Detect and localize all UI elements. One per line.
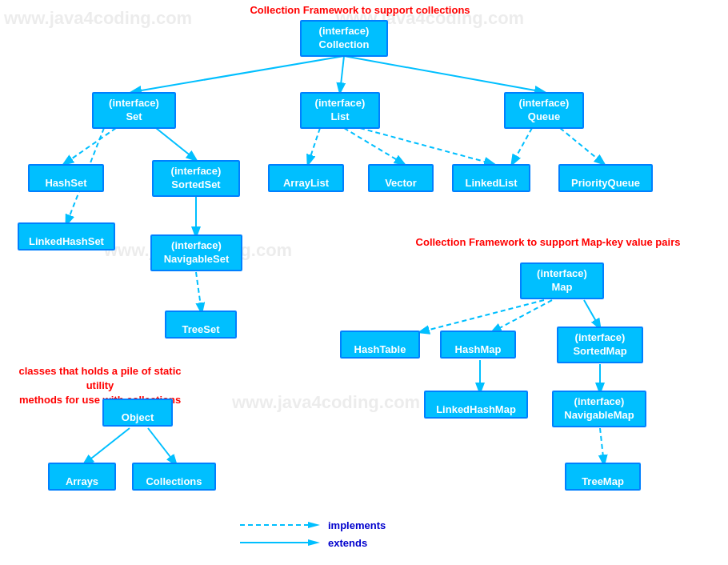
svg-line-4 bbox=[156, 128, 196, 160]
node-sortedmap: (interface)SortedMap bbox=[557, 327, 643, 363]
node-linkedhashset: LinkedHashSet bbox=[18, 222, 115, 250]
svg-line-18 bbox=[600, 428, 604, 464]
title-map: Collection Framework to support Map-key … bbox=[392, 236, 704, 248]
implements-line-icon bbox=[240, 519, 320, 531]
extends-line-icon bbox=[240, 536, 320, 549]
svg-line-3 bbox=[64, 128, 116, 164]
svg-marker-22 bbox=[308, 522, 320, 528]
svg-line-14 bbox=[492, 300, 552, 332]
node-vector: Vector bbox=[368, 164, 434, 192]
node-sortedset: (interface)SortedSet bbox=[152, 160, 240, 197]
svg-line-20 bbox=[148, 428, 176, 464]
implements-label: implements bbox=[328, 519, 386, 531]
watermark-1: www.java4coding.com bbox=[4, 8, 192, 29]
node-queue: (interface)Queue bbox=[504, 92, 584, 129]
extends-label: extends bbox=[328, 537, 367, 549]
svg-marker-24 bbox=[308, 539, 320, 546]
node-linkedlist: LinkedList bbox=[452, 164, 530, 192]
node-priorityqueue: PriorityQueue bbox=[558, 164, 653, 192]
node-navigablemap: (interface)NavigableMap bbox=[552, 391, 646, 427]
node-collections: Collections bbox=[132, 463, 216, 491]
svg-line-15 bbox=[584, 300, 600, 328]
node-hashset: HashSet bbox=[28, 164, 104, 192]
svg-line-12 bbox=[560, 128, 604, 164]
node-hashmap: HashMap bbox=[440, 331, 516, 359]
svg-line-2 bbox=[344, 56, 544, 92]
node-treemap: TreeMap bbox=[565, 463, 641, 491]
svg-line-13 bbox=[420, 300, 544, 332]
node-linkedhashmap: LinkedHashMap bbox=[424, 391, 528, 419]
svg-line-8 bbox=[308, 128, 320, 164]
node-map: (interface)Map bbox=[520, 262, 604, 299]
svg-line-11 bbox=[512, 128, 532, 164]
node-object: Object bbox=[102, 399, 173, 427]
svg-line-1 bbox=[340, 56, 344, 92]
legend: implements extends bbox=[240, 519, 386, 549]
node-navigableset: (interface)NavigableSet bbox=[150, 234, 242, 271]
legend-extends: extends bbox=[240, 536, 386, 549]
svg-line-9 bbox=[344, 128, 404, 164]
svg-line-0 bbox=[132, 56, 344, 92]
svg-line-19 bbox=[84, 428, 130, 464]
node-collection: (interface)Collection bbox=[300, 20, 388, 57]
legend-implements: implements bbox=[240, 519, 386, 531]
node-treeset: TreeSet bbox=[165, 311, 237, 339]
node-arrays: Arrays bbox=[48, 463, 116, 491]
diagram-container: www.java4coding.com www.java4coding.com … bbox=[0, 0, 728, 565]
node-set: (interface)Set bbox=[92, 92, 176, 129]
node-arraylist: ArrayList bbox=[268, 164, 344, 192]
node-hashtable: HashTable bbox=[340, 331, 420, 359]
watermark-4: www.java4coding.com bbox=[232, 392, 420, 413]
svg-line-10 bbox=[360, 128, 494, 164]
title-collections: Collection Framework to support collecti… bbox=[212, 4, 508, 16]
svg-line-7 bbox=[196, 272, 202, 312]
node-list: (interface)List bbox=[300, 92, 380, 129]
